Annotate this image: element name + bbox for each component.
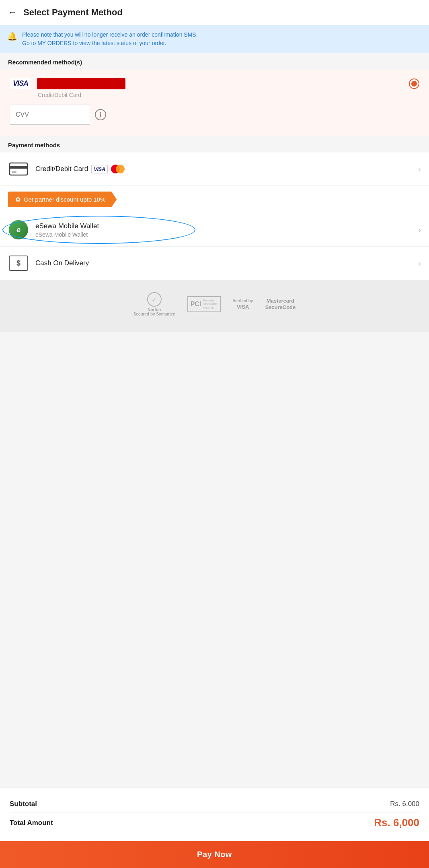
- total-label: Total Amount: [10, 819, 53, 827]
- payment-method-esewa[interactable]: e eSewa Mobile Wallet eSewa Mobile Walle…: [0, 213, 429, 247]
- esewa-name: eSewa Mobile Wallet: [35, 222, 412, 230]
- esewa-logo: e: [9, 220, 28, 239]
- recommended-card: VISA Credit/Debit Card i: [0, 70, 429, 136]
- cod-info: Cash On Delivery: [35, 259, 412, 267]
- page-title: Select Payment Method: [23, 7, 123, 18]
- pci-badge: PCI SecurityStandardsCouncil: [187, 296, 221, 313]
- svg-rect-2: [12, 171, 16, 173]
- summary-section: Subtotal Rs. 6,000 Total Amount Rs. 6,00…: [0, 788, 429, 841]
- norton-label: NortonSecured by Symantec: [133, 307, 175, 316]
- norton-badge: ✓ NortonSecured by Symantec: [133, 292, 175, 316]
- discount-banner: ✿ Get partner discount upto 10%: [8, 192, 117, 207]
- pci-icon: PCI SecurityStandardsCouncil: [187, 296, 221, 313]
- pay-now-button[interactable]: Pay Now: [0, 841, 429, 868]
- credit-card-info: Credit/Debit Card VISA: [35, 164, 412, 174]
- cod-name: Cash On Delivery: [35, 259, 412, 267]
- discount-banner-wrap: ✿ Get partner discount upto 10%: [0, 186, 429, 213]
- visa-logo: VISA: [10, 78, 31, 89]
- notification-text: Please note that you will no longer rece…: [22, 31, 198, 47]
- verified-visa-text: Verified by: [233, 299, 253, 303]
- discount-text: Get partner discount upto 10%: [24, 196, 105, 203]
- norton-icon: ✓: [147, 292, 162, 307]
- mastercard-inline-logo: [111, 164, 125, 174]
- credit-card-name: Credit/Debit Card VISA: [35, 164, 412, 174]
- subtotal-label: Subtotal: [10, 800, 37, 808]
- discount-icon: ✿: [15, 196, 21, 203]
- cod-icon-visual: [9, 256, 28, 271]
- card-number-bar: [37, 78, 125, 89]
- back-button[interactable]: ←: [8, 7, 17, 18]
- recommended-section-label: Recommended method(s): [0, 53, 429, 70]
- verified-visa-badge: Verified by VISA: [233, 299, 253, 310]
- credit-card-icon: [8, 161, 29, 177]
- payment-methods-list: Credit/Debit Card VISA › ✿ Get partner d…: [0, 153, 429, 280]
- total-row: Total Amount Rs. 6,000: [10, 812, 419, 833]
- verified-visa-title: VISA: [237, 304, 249, 310]
- header: ← Select Payment Method: [0, 0, 429, 25]
- security-badges: ✓ NortonSecured by Symantec PCI Security…: [0, 280, 429, 332]
- mastercard-secure-badge: MastercardSecureCode: [265, 298, 296, 310]
- total-value: Rs. 6,000: [374, 816, 419, 829]
- visa-inline-logo: VISA: [91, 165, 107, 173]
- payment-method-credit-card[interactable]: Credit/Debit Card VISA ›: [0, 153, 429, 186]
- selected-radio[interactable]: [409, 78, 419, 89]
- esewa-info: eSewa Mobile Wallet eSewa Mobile Wallet: [35, 222, 412, 238]
- svg-rect-1: [10, 166, 27, 169]
- radio-inner: [411, 81, 417, 87]
- esewa-chevron: ›: [418, 225, 421, 235]
- mastercard-secure-title: MastercardSecureCode: [265, 298, 296, 310]
- svg-rect-0: [10, 163, 27, 175]
- payment-methods-section-label: Payment methods: [0, 136, 429, 153]
- bell-icon: 🔔: [7, 31, 17, 41]
- payment-method-cod[interactable]: Cash On Delivery ›: [0, 247, 429, 280]
- info-icon[interactable]: i: [95, 109, 106, 120]
- notification-banner: 🔔 Please note that you will no longer re…: [0, 25, 429, 53]
- credit-card-chevron: ›: [418, 165, 421, 174]
- cod-chevron: ›: [418, 259, 421, 268]
- cod-icon: [8, 255, 29, 272]
- esewa-icon: e: [8, 221, 29, 238]
- cvv-input[interactable]: [10, 105, 90, 125]
- subtotal-row: Subtotal Rs. 6,000: [10, 796, 419, 812]
- esewa-sub: eSewa Mobile Wallet: [35, 231, 412, 238]
- subtotal-value: Rs. 6,000: [390, 800, 419, 808]
- card-type-label: Credit/Debit Card: [38, 92, 419, 98]
